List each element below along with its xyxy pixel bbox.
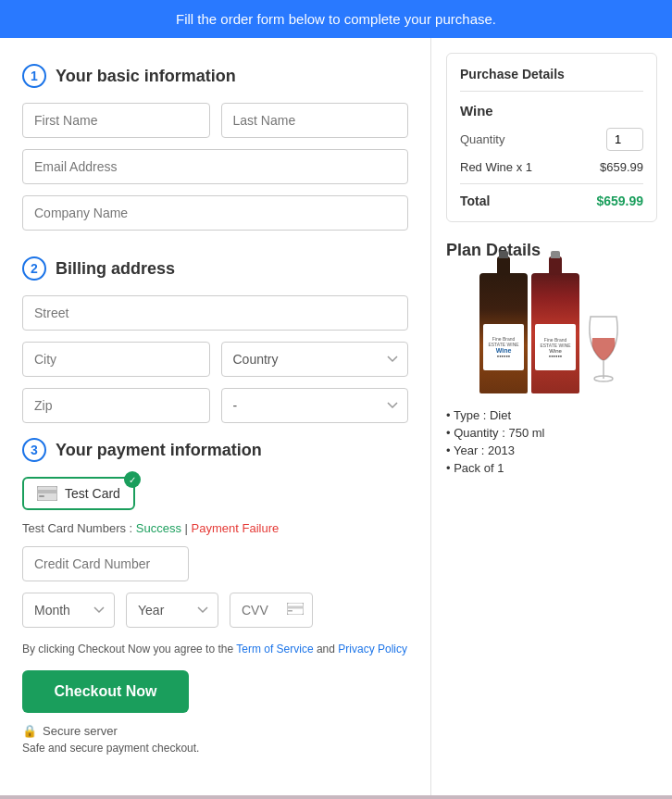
quantity-row: Quantity bbox=[460, 128, 643, 151]
secure-label: Secure server bbox=[43, 724, 118, 738]
street-input[interactable] bbox=[22, 295, 408, 331]
test-card-info: Test Card Numbers : Success | Payment Fa… bbox=[22, 521, 408, 535]
credit-card-input[interactable] bbox=[22, 546, 189, 581]
terms-text: By clicking Checkout Now you agree to th… bbox=[22, 643, 408, 655]
page-wrapper: Fill the order form below to complete yo… bbox=[0, 0, 672, 799]
svg-rect-2 bbox=[39, 495, 44, 497]
terms-middle: and bbox=[317, 643, 338, 655]
email-input[interactable] bbox=[22, 149, 408, 184]
section-1-title: Your basic information bbox=[56, 67, 236, 86]
right-panel: Purchase Details Wine Quantity Red Wine … bbox=[431, 38, 672, 795]
plan-detail-item: Year : 2013 bbox=[446, 443, 657, 457]
quantity-label: Quantity bbox=[460, 132, 504, 146]
month-select[interactable]: Month bbox=[22, 593, 115, 628]
city-input[interactable] bbox=[22, 342, 210, 377]
plan-detail-item: Quantity : 750 ml bbox=[446, 426, 657, 440]
last-name-input[interactable] bbox=[221, 103, 409, 138]
total-label: Total bbox=[460, 194, 490, 208]
item-row: Red Wine x 1 $659.99 bbox=[460, 160, 643, 184]
left-panel: 1 Your basic information 2 Billing addre… bbox=[0, 38, 431, 795]
year-select[interactable]: Year bbox=[126, 593, 218, 628]
test-card-separator: | bbox=[185, 521, 192, 535]
credit-card-row bbox=[22, 546, 408, 581]
top-banner: Fill the order form below to complete yo… bbox=[0, 0, 672, 38]
main-content: 1 Your basic information 2 Billing addre… bbox=[0, 38, 672, 795]
country-select[interactable]: Country bbox=[221, 342, 409, 377]
credit-card-icon bbox=[37, 486, 57, 501]
wine-label-1: Wine bbox=[496, 347, 512, 354]
wine-bottle-2-label: Fine Brand ESTATE WINE Wine ●●●●●● bbox=[535, 324, 576, 370]
state-select[interactable]: - bbox=[221, 388, 409, 423]
section-3-title: Your payment information bbox=[56, 441, 262, 460]
svg-rect-5 bbox=[288, 610, 292, 612]
zip-input[interactable] bbox=[22, 388, 210, 423]
cvv-card-icon bbox=[287, 602, 304, 618]
item-price: $659.99 bbox=[600, 160, 643, 174]
billing-header: 2 Billing address bbox=[22, 256, 408, 281]
tos-link[interactable]: Term of Service bbox=[236, 643, 313, 655]
wine-bottle-1: Fine Brand ESTATE WINE Wine ●●●●●● bbox=[479, 273, 528, 393]
plan-details-list: Type : DietQuantity : 750 mlYear : 2013P… bbox=[446, 408, 657, 475]
plan-detail-item: Type : Diet bbox=[446, 408, 657, 422]
checkout-button[interactable]: Checkout Now bbox=[22, 670, 189, 713]
lock-icon: 🔒 bbox=[22, 724, 37, 738]
wine-bottle-1-label: Fine Brand ESTATE WINE Wine ●●●●●● bbox=[483, 324, 524, 370]
safe-text: Safe and secure payment checkout. bbox=[22, 742, 408, 755]
svg-rect-4 bbox=[287, 606, 304, 609]
item-label: Red Wine x 1 bbox=[460, 160, 532, 174]
secure-text-row: 🔒 Secure server bbox=[22, 724, 408, 738]
company-input[interactable] bbox=[22, 195, 408, 231]
plan-details: Plan Details Fine Brand ESTATE WINE Wine… bbox=[446, 241, 657, 475]
product-name: Wine bbox=[460, 103, 643, 119]
plan-detail-item: Pack of 1 bbox=[446, 461, 657, 475]
test-success-link[interactable]: Success bbox=[136, 521, 181, 535]
first-name-input[interactable] bbox=[22, 103, 210, 138]
wine-bottle-2: Fine Brand ESTATE WINE Wine ●●●●●● bbox=[531, 273, 579, 393]
total-row: Total $659.99 bbox=[460, 194, 643, 208]
terms-prefix: By clicking Checkout Now you agree to th… bbox=[22, 643, 236, 655]
city-country-row: Country bbox=[22, 342, 408, 377]
banner-text: Fill the order form below to complete yo… bbox=[176, 11, 496, 27]
zip-state-row: - bbox=[22, 388, 408, 423]
payment-header: 3 Your payment information bbox=[22, 438, 408, 462]
name-row bbox=[22, 103, 408, 138]
wine-glass bbox=[583, 312, 624, 386]
card-label: Test Card bbox=[65, 486, 120, 501]
quantity-input[interactable] bbox=[606, 128, 643, 151]
test-card-label: Test Card Numbers : bbox=[22, 521, 132, 535]
total-value: $659.99 bbox=[596, 194, 643, 208]
section-1-number: 1 bbox=[22, 64, 46, 88]
basic-info-header: 1 Your basic information bbox=[22, 64, 408, 88]
section-3-number: 3 bbox=[22, 438, 46, 462]
month-year-cvv-row: Month Year bbox=[22, 593, 408, 628]
privacy-link[interactable]: Privacy Policy bbox=[338, 643, 407, 655]
check-icon: ✓ bbox=[124, 471, 141, 488]
cvv-wrapper bbox=[230, 593, 313, 628]
test-failure-link[interactable]: Payment Failure bbox=[192, 521, 280, 535]
purchase-details-box: Purchase Details Wine Quantity Red Wine … bbox=[446, 53, 657, 222]
card-option[interactable]: ✓ Test Card bbox=[22, 477, 135, 510]
svg-rect-1 bbox=[37, 490, 57, 493]
section-2-number: 2 bbox=[22, 256, 46, 281]
section-2-title: Billing address bbox=[56, 259, 175, 279]
wine-image-container: Fine Brand ESTATE WINE Wine ●●●●●● Fine … bbox=[446, 273, 657, 393]
purchase-details-title: Purchase Details bbox=[460, 67, 643, 92]
